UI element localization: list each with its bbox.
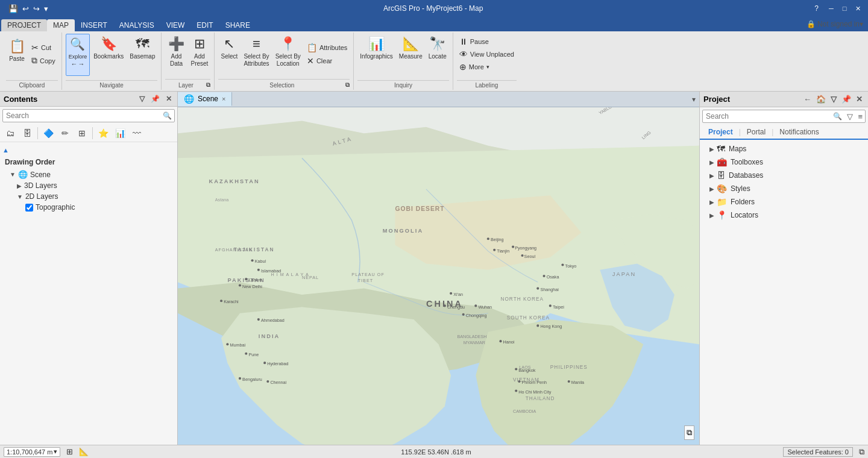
tree-item-3d-layers[interactable]: ▶ 3D Layers bbox=[0, 180, 177, 191]
filter-shape-btn[interactable]: 🔷 bbox=[40, 126, 56, 140]
toolboxes-expand-icon[interactable]: ▶ bbox=[709, 159, 714, 166]
tree-item-2d-layers[interactable]: ▼ 2D Layers bbox=[0, 191, 177, 202]
databases-expand-icon[interactable]: ▶ bbox=[709, 172, 714, 179]
restore-btn[interactable]: □ bbox=[839, 4, 850, 13]
map-tab-dropdown[interactable]: ▾ bbox=[688, 95, 699, 104]
proj-item-databases[interactable]: ▶ 🗄 Databases bbox=[700, 169, 868, 182]
contents-close-icon[interactable]: ✕ bbox=[164, 94, 174, 104]
filter-edit-btn[interactable]: ✏ bbox=[57, 126, 73, 140]
project-home-btn[interactable]: 🏠 bbox=[814, 94, 828, 104]
project-search-icon[interactable]: 🔍 bbox=[831, 112, 844, 121]
status-grid-icon[interactable]: ⊞ bbox=[66, 447, 73, 456]
mongolia-label: MONGOLIA bbox=[383, 228, 423, 234]
copy-btn[interactable]: ⧉ Copy bbox=[29, 54, 58, 67]
select-btn[interactable]: ↖ Select bbox=[218, 34, 240, 76]
collapse-icon[interactable]: ▲ bbox=[2, 146, 9, 154]
filter-star-btn[interactable]: ⭐ bbox=[95, 126, 111, 140]
tab-edit[interactable]: EDIT bbox=[190, 19, 219, 31]
project-filter-icon[interactable]: ▽ bbox=[844, 112, 855, 121]
status-scale[interactable]: 1:10,700,647 m ▾ bbox=[4, 447, 60, 457]
clear-btn[interactable]: ✕ Clear bbox=[304, 55, 350, 67]
tab-view[interactable]: VIEW bbox=[160, 19, 191, 31]
proj-item-locators[interactable]: ▶ 📍 Locators bbox=[700, 209, 868, 222]
subtab-notifications[interactable]: Notifications bbox=[775, 125, 823, 139]
tab-insert[interactable]: INSERT bbox=[75, 19, 113, 31]
filter-chart-btn[interactable]: 📊 bbox=[112, 126, 128, 140]
pause-btn[interactable]: ⏸ Pause bbox=[457, 36, 517, 48]
status-layers-icon[interactable]: ⧉ bbox=[859, 447, 864, 457]
scale-dropdown[interactable]: ▾ bbox=[54, 448, 57, 456]
filter-grid-btn[interactable]: ⊞ bbox=[74, 126, 90, 140]
more-btn[interactable]: ⊕ More ▾ bbox=[457, 61, 517, 73]
folders-expand-icon[interactable]: ▶ bbox=[709, 199, 714, 205]
search-icon[interactable]: 🔍 bbox=[160, 111, 174, 120]
bookmarks-btn[interactable]: 🔖 Bookmarks bbox=[91, 34, 126, 76]
tree-item-scene[interactable]: ▼ 🌐 Scene bbox=[0, 169, 177, 180]
filter-wave-btn[interactable]: 〰 bbox=[129, 126, 145, 140]
layer-expand-btn[interactable]: ⧉ bbox=[206, 81, 210, 89]
filter-all-btn[interactable]: 🗂 bbox=[2, 126, 18, 140]
proj-item-maps[interactable]: ▶ 🗺 Maps bbox=[700, 142, 868, 155]
svg-point-11 bbox=[462, 313, 465, 316]
add-preset-btn[interactable]: ⊞ AddPreset bbox=[188, 34, 210, 76]
undo-quick-btn[interactable]: ↩ bbox=[21, 4, 30, 13]
maps-expand-icon[interactable]: ▶ bbox=[709, 146, 714, 152]
project-menu-icon[interactable]: ≡ bbox=[855, 112, 865, 121]
contents-filter-icon[interactable]: ▽ bbox=[137, 94, 146, 104]
subtab-project[interactable]: Project bbox=[703, 125, 738, 140]
infographics-btn[interactable]: 📊 Infographics bbox=[357, 34, 395, 76]
scene-tab-close[interactable]: × bbox=[222, 95, 225, 102]
project-filter-btn[interactable]: ▽ bbox=[829, 94, 838, 104]
explore-btn[interactable]: 🔍 Explore ← → bbox=[66, 34, 90, 76]
proj-item-folders[interactable]: ▶ 📁 Folders bbox=[700, 195, 868, 209]
contents-pin-icon[interactable]: 📌 bbox=[149, 94, 162, 104]
paste-btn[interactable]: 📋 Paste bbox=[6, 36, 28, 75]
qa-dropdown-btn[interactable]: ▾ bbox=[43, 4, 49, 13]
tab-project[interactable]: PROJECT bbox=[1, 19, 47, 31]
proj-item-toolboxes[interactable]: ▶ 🧰 Toolboxes bbox=[700, 155, 868, 169]
styles-expand-icon[interactable]: ▶ bbox=[709, 186, 714, 192]
tab-map[interactable]: MAP bbox=[47, 19, 75, 31]
tree-item-topographic[interactable]: Topographic bbox=[0, 202, 177, 213]
save-quick-btn[interactable]: 💾 bbox=[7, 4, 19, 13]
map-view[interactable]: KAZAKHSTAN Astana TAJIKISTAN PAKISTAN IN… bbox=[178, 107, 699, 445]
minimize-btn[interactable]: ─ bbox=[826, 4, 837, 13]
scene-expand-icon[interactable]: ▼ bbox=[10, 171, 16, 178]
status-measure-icon[interactable]: 📐 bbox=[79, 447, 89, 456]
measure-btn[interactable]: 📐 Measure bbox=[397, 34, 425, 76]
attributes-btn[interactable]: 📋 Attributes bbox=[304, 42, 350, 54]
select-by-loc-btn[interactable]: 📍 Select ByLocation bbox=[273, 34, 303, 76]
contents-panel: Contents ▽ 📌 ✕ 🔍 🗂 🗄 🔷 ✏ ⊞ ⭐ 📊 〰 ▲ bbox=[0, 92, 178, 445]
redo-quick-btn[interactable]: ↪ bbox=[32, 4, 41, 13]
project-pin-btn[interactable]: 📌 bbox=[840, 94, 853, 104]
contents-search-input[interactable] bbox=[3, 110, 160, 122]
project-close-btn[interactable]: ✕ bbox=[854, 94, 864, 104]
collapse-bar[interactable]: ▲ bbox=[0, 145, 177, 155]
cut-btn[interactable]: ✂ Cut bbox=[29, 42, 58, 54]
help-btn[interactable]: ? bbox=[814, 4, 819, 13]
locators-expand-icon[interactable]: ▶ bbox=[709, 212, 714, 219]
subtab-portal[interactable]: Portal bbox=[742, 125, 770, 139]
project-back-btn[interactable]: ← bbox=[802, 94, 813, 104]
add-data-btn[interactable]: ➕ AddData bbox=[165, 34, 187, 76]
signin-area[interactable]: 🔒 Not signed in ▾ bbox=[802, 17, 868, 31]
tab-share[interactable]: SHARE bbox=[219, 19, 256, 31]
navigate-label: Navigate bbox=[66, 80, 158, 89]
close-btn[interactable]: ✕ bbox=[852, 4, 863, 13]
hongkong-label: Hong Kong bbox=[540, 324, 562, 330]
basemap-btn[interactable]: 🗺 Basemap bbox=[127, 34, 157, 76]
scene-tab[interactable]: 🌐 Scene × bbox=[178, 92, 232, 106]
tab-analysis[interactable]: ANALYSIS bbox=[113, 19, 160, 31]
locate-btn[interactable]: 🔭 Locate bbox=[426, 34, 449, 76]
3d-expand-icon[interactable]: ▶ bbox=[17, 183, 22, 189]
selection-expand-btn[interactable]: ⧉ bbox=[345, 81, 350, 89]
filter-db-btn[interactable]: 🗄 bbox=[19, 126, 35, 140]
project-search-input[interactable] bbox=[703, 110, 831, 122]
topographic-checkbox[interactable] bbox=[25, 204, 33, 212]
select-by-attr-btn[interactable]: ≡ Select ByAttributes bbox=[241, 34, 271, 76]
view-unplaced-btn[interactable]: 👁 View Unplaced bbox=[457, 48, 517, 60]
map-layers-btn[interactable]: ⧉ bbox=[684, 425, 694, 440]
2d-expand-icon[interactable]: ▼ bbox=[17, 193, 23, 200]
signin-dropdown[interactable]: ▾ bbox=[860, 20, 863, 28]
proj-item-styles[interactable]: ▶ 🎨 Styles bbox=[700, 182, 868, 195]
